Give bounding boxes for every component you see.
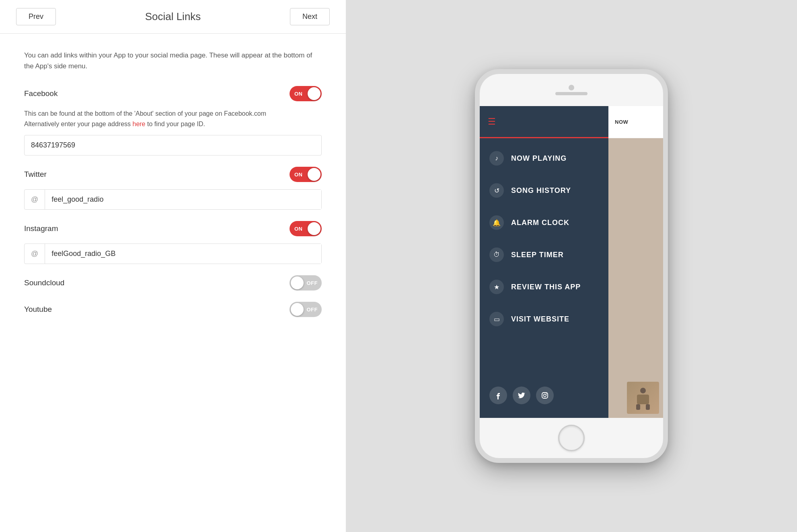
front-camera [569, 85, 574, 90]
app-content-body [608, 138, 663, 418]
phone-screen: ☰ ♪ NOW PLAYING ↺ SONG HISTORY 🔔 ALARM C… [480, 106, 663, 418]
alarm-clock-menu-label: ALARM CLOCK [511, 219, 569, 227]
prev-button[interactable]: Prev [16, 8, 56, 25]
instagram-input-wrap: @ [24, 243, 322, 264]
song-history-menu-label: SONG HISTORY [511, 186, 571, 195]
page-title: Social Links [145, 10, 201, 23]
top-bar: Prev Social Links Next [0, 0, 346, 34]
twitter-toggle-knob [308, 168, 320, 181]
svg-rect-5 [636, 404, 640, 410]
instagram-toggle[interactable]: ON [290, 221, 322, 236]
facebook-on-label: ON [294, 91, 303, 97]
sidebar-item-alarm-clock[interactable]: 🔔 ALARM CLOCK [480, 207, 608, 239]
twitter-toggle[interactable]: ON [290, 167, 322, 182]
twitter-label: Twitter [24, 170, 47, 179]
soundcloud-off-label: OFF [307, 280, 318, 286]
power-button[interactable] [667, 138, 668, 162]
instagram-input[interactable] [45, 244, 321, 264]
youtube-toggle[interactable]: OFF [290, 302, 322, 317]
svg-rect-6 [646, 404, 650, 410]
sidebar-item-visit-website[interactable]: ▭ VISIT WEBSITE [480, 303, 608, 335]
app-header-bar: NOW [608, 106, 663, 138]
hamburger-icon[interactable]: ☰ [488, 117, 496, 127]
facebook-hint-link[interactable]: here [132, 121, 145, 127]
sidebar-item-now-playing[interactable]: ♪ NOW PLAYING [480, 142, 608, 174]
volume-down-button[interactable] [475, 152, 476, 168]
phone-bottom [480, 418, 663, 458]
phone-mockup: ☰ ♪ NOW PLAYING ↺ SONG HISTORY 🔔 ALARM C… [475, 69, 668, 463]
sleep-timer-icon: ⏱ [489, 248, 504, 262]
instagram-at-symbol: @ [25, 244, 45, 264]
content-area: You can add links within your App to you… [0, 34, 346, 340]
soundcloud-toggle-knob [291, 276, 304, 289]
album-art [627, 382, 659, 414]
instagram-social-icon[interactable] [536, 387, 554, 404]
sidebar-menu: ♪ NOW PLAYING ↺ SONG HISTORY 🔔 ALARM CLO… [480, 138, 608, 381]
twitter-social-icon[interactable] [513, 387, 530, 404]
soundcloud-label: Soundcloud [24, 278, 64, 287]
volume-up-button[interactable] [475, 130, 476, 146]
app-sidebar: ☰ ♪ NOW PLAYING ↺ SONG HISTORY 🔔 ALARM C… [480, 106, 608, 418]
instagram-toggle-knob [308, 222, 320, 235]
sidebar-item-review-app[interactable]: ★ REVIEW THIS APP [480, 271, 608, 303]
instagram-label: Instagram [24, 224, 58, 233]
youtube-row: Youtube OFF [24, 302, 322, 317]
twitter-at-symbol: @ [25, 190, 45, 209]
twitter-toggle-track[interactable]: ON [290, 167, 322, 182]
sleep-timer-menu-label: SLEEP TIMER [511, 251, 564, 259]
youtube-off-label: OFF [307, 306, 318, 312]
sidebar-item-sleep-timer[interactable]: ⏱ SLEEP TIMER [480, 239, 608, 271]
soundcloud-row: Soundcloud OFF [24, 275, 322, 291]
twitter-row: Twitter ON [24, 167, 322, 182]
facebook-toggle-track[interactable]: ON [290, 86, 322, 101]
facebook-toggle-knob [308, 87, 320, 100]
description-text: You can add links within your App to you… [24, 50, 322, 72]
left-panel: Prev Social Links Next You can add links… [0, 0, 346, 532]
instagram-row: Instagram ON [24, 221, 322, 236]
twitter-input-wrap: @ [24, 189, 322, 210]
twitter-on-label: ON [294, 171, 303, 177]
youtube-label: Youtube [24, 305, 52, 314]
visit-website-menu-label: VISIT WEBSITE [511, 315, 569, 323]
earpiece-speaker [555, 92, 587, 95]
youtube-toggle-track[interactable]: OFF [290, 302, 322, 317]
facebook-hint: This can be found at the bottom of the '… [24, 108, 322, 129]
instagram-toggle-track[interactable]: ON [290, 221, 322, 236]
review-app-icon: ★ [489, 280, 504, 294]
next-button[interactable]: Next [290, 8, 330, 25]
now-playing-menu-label: NOW PLAYING [511, 154, 567, 163]
sidebar-item-song-history[interactable]: ↺ SONG HISTORY [480, 174, 608, 207]
svg-point-1 [544, 394, 546, 397]
facebook-toggle[interactable]: ON [290, 86, 322, 101]
now-playing-icon: ♪ [489, 151, 504, 166]
youtube-toggle-knob [291, 303, 304, 316]
song-history-icon: ↺ [489, 183, 504, 198]
soundcloud-toggle[interactable]: OFF [290, 275, 322, 291]
visit-website-icon: ▭ [489, 312, 504, 326]
right-panel: ☰ ♪ NOW PLAYING ↺ SONG HISTORY 🔔 ALARM C… [346, 0, 797, 532]
facebook-label: Facebook [24, 89, 58, 98]
instagram-on-label: ON [294, 225, 303, 231]
phone-top [480, 74, 663, 106]
sidebar-social-icons [480, 381, 608, 410]
svg-rect-3 [640, 388, 646, 393]
facebook-row: Facebook ON [24, 86, 322, 101]
alarm-clock-icon: 🔔 [489, 215, 504, 230]
app-main-content: NOW [608, 106, 663, 418]
svg-point-2 [546, 393, 547, 394]
facebook-social-icon[interactable] [489, 387, 507, 404]
facebook-input[interactable] [24, 135, 322, 156]
soundcloud-toggle-track[interactable]: OFF [290, 275, 322, 291]
app-now-playing-label: NOW [615, 119, 628, 125]
home-button[interactable] [558, 425, 585, 451]
twitter-input[interactable] [45, 190, 321, 209]
svg-rect-4 [637, 395, 649, 404]
sidebar-header: ☰ [480, 106, 608, 138]
review-app-menu-label: REVIEW THIS APP [511, 283, 581, 291]
